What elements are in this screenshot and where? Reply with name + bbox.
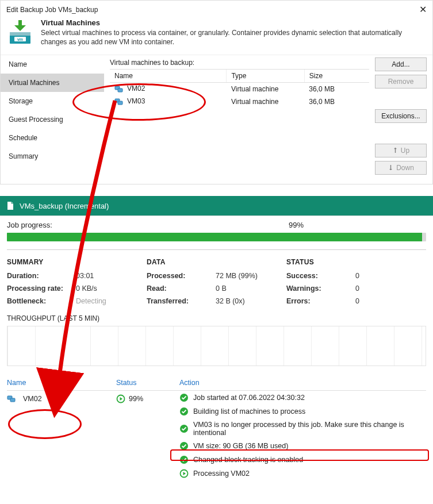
summary-head: SUMMARY (7, 258, 147, 266)
wizard-sidebar: Name Virtual Machines Storage Guest Proc… (1, 55, 104, 184)
play-icon (116, 394, 125, 403)
sidebar-item-summary[interactable]: Summary (1, 147, 104, 166)
success-icon (179, 441, 189, 451)
sidebar-item-schedule[interactable]: Schedule (1, 129, 104, 147)
sidebar-item-guest-processing[interactable]: Guest Processing (1, 110, 104, 129)
throughput-chart (7, 326, 426, 366)
sidebar-item-virtual-machines[interactable]: Virtual Machines (1, 74, 104, 92)
svg-rect-7 (118, 101, 122, 105)
sidebar-item-name[interactable]: Name (1, 55, 104, 74)
data-head: DATA (147, 258, 286, 266)
action-item: Job started at 07.06.2022 04:30:32 (179, 391, 426, 405)
add-button[interactable]: Add... (375, 57, 427, 71)
svg-rect-1 (10, 32, 30, 36)
progress-value: 99% (289, 221, 304, 229)
down-button[interactable]: 🠗Down (375, 161, 427, 175)
col-type[interactable]: Type (227, 70, 304, 83)
job-titlebar: VMs_backup (Incremental) (0, 196, 433, 216)
svg-text:vm: vm (17, 37, 23, 41)
dialog-title: Edit Backup Job VMs_backup (6, 6, 98, 14)
action-item: Building list of machines to process (179, 405, 426, 418)
svg-rect-9 (10, 398, 15, 402)
col-name[interactable]: Name (110, 70, 227, 83)
success-icon (179, 424, 189, 433)
vm-icon (114, 97, 124, 106)
banner-heading: Virtual Machines (41, 18, 427, 27)
status-row: 99% (116, 391, 179, 407)
banner-desc: Select virtual machines to process via c… (41, 28, 427, 47)
down-arrow-icon: 🠗 (388, 164, 394, 171)
progress-bar (7, 233, 426, 241)
lower-name-head[interactable]: Name (7, 379, 116, 391)
lower-action-head[interactable]: Action (179, 379, 426, 391)
col-size[interactable]: Size (304, 70, 369, 83)
edit-backup-dialog: Edit Backup Job VMs_backup ✕ vm Virtual … (0, 0, 433, 184)
progress-label: Job progress: (7, 221, 289, 229)
table-row[interactable]: VM02 Virtual machine 36,0 MB (110, 83, 369, 96)
throughput-label: THROUGHPUT (LAST 5 MIN) (7, 314, 426, 322)
document-icon (6, 201, 15, 210)
vm-icon (114, 84, 124, 94)
vm-table: Name Type Size VM02 Virtual machine 36,0… (110, 69, 369, 108)
action-item: VM size: 90 GB (36 MB used) (179, 439, 426, 453)
vm-section-label: Virtual machines to backup: (110, 59, 369, 67)
table-row[interactable]: VM03 Virtual machine 36,0 MB (110, 95, 369, 108)
stats-grid: SUMMARY Duration:03:01 Processing rate:0… (7, 258, 426, 310)
vm-banner-icon: vm (6, 18, 34, 46)
status-head: STATUS (286, 258, 426, 266)
success-icon (179, 407, 189, 416)
vm-icon (7, 394, 16, 403)
vm-row[interactable]: VM02 (7, 391, 116, 407)
play-icon (179, 469, 189, 478)
up-arrow-icon: 🠕 (392, 147, 398, 154)
action-item: Processing VM02 (179, 467, 426, 480)
action-item: Changed block tracking is enabled (179, 453, 426, 467)
exclusions-button[interactable]: Exclusions... (375, 109, 427, 123)
lower-status-head[interactable]: Status (116, 379, 179, 391)
remove-button[interactable]: Remove (375, 75, 427, 89)
close-icon[interactable]: ✕ (419, 4, 427, 15)
success-icon (179, 393, 189, 402)
svg-rect-5 (118, 89, 122, 92)
up-button[interactable]: 🠕Up (375, 144, 427, 157)
success-icon (179, 455, 189, 464)
job-panel: Job progress: 99% SUMMARY Duration:03:01… (0, 216, 433, 488)
job-title: VMs_backup (Incremental) (20, 202, 109, 210)
sidebar-item-storage[interactable]: Storage (1, 92, 104, 110)
action-item: VM03 is no longer processed by this job.… (179, 418, 426, 439)
